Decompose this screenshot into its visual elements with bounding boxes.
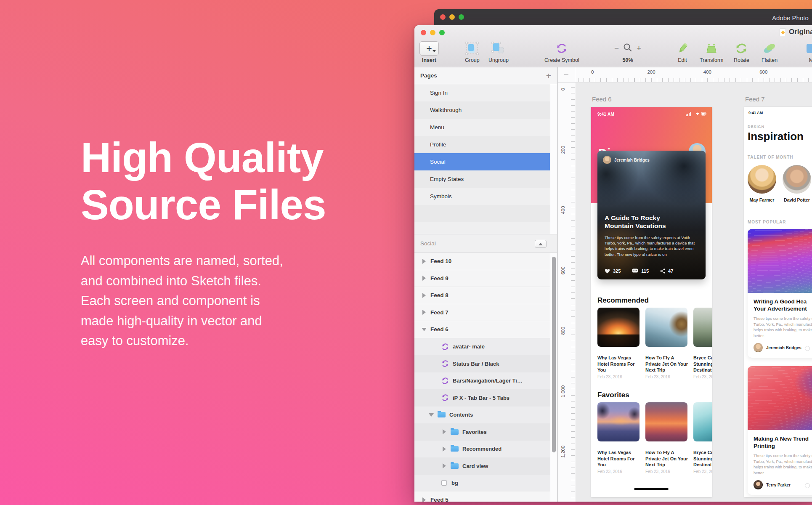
triangle-icon: [422, 328, 427, 331]
article-card[interactable]: How To Fly A Private Jet On Your Next Tr…: [645, 402, 687, 474]
layer-item-feed-6[interactable]: Feed 6: [414, 321, 550, 338]
more-circle-icon[interactable]: [805, 483, 810, 488]
sidebar-item-walkthrough[interactable]: Walkthrough: [414, 101, 550, 119]
minimize-button[interactable]: [449, 14, 455, 20]
folder-icon: [438, 412, 446, 417]
create-symbol-button[interactable]: Create Symbol: [544, 41, 579, 63]
layer-item-bg[interactable]: bg: [414, 475, 550, 492]
layer-item-status-bar-black[interactable]: Status Bar / Black: [414, 355, 550, 372]
article-card[interactable]: Why Las Vegas Hotel Rooms For YouFeb 23,…: [597, 308, 640, 379]
article-date: Feb 23, 20: [693, 375, 712, 379]
zoom-level: 50%: [623, 57, 633, 63]
layer-item-feed-9[interactable]: Feed 9: [414, 270, 550, 287]
zoom-window-button[interactable]: [439, 30, 445, 35]
disclosure-collapsed-icon[interactable]: [441, 463, 447, 468]
article-title: Why Las Vegas Hotel Rooms For You: [597, 449, 641, 468]
layer-item-feed-10[interactable]: Feed 10: [414, 253, 550, 270]
flatten-button[interactable]: Flatten: [762, 41, 778, 63]
sidebar-item-sign-in[interactable]: Sign In: [414, 84, 550, 101]
disclosure-collapsed-icon[interactable]: [421, 497, 427, 502]
layers-scrollbar-thumb[interactable]: [552, 257, 556, 452]
article-card[interactable]: Bryce Ca Stunning DestinatFeb 23, 20: [693, 308, 712, 379]
layer-item-contents[interactable]: Contents: [414, 407, 550, 424]
rotate-button[interactable]: Rotate: [734, 41, 749, 63]
page-item-label: Menu: [430, 124, 444, 130]
talent-may-farmer[interactable]: May Farmer: [748, 165, 776, 202]
v-ruler-label: 1,200: [560, 442, 565, 461]
layer-item-bars-navigation-lager-ti[interactable]: Bars/Navigation/Lager Ti…: [414, 372, 550, 390]
partial-toolbar-button[interactable]: M: [805, 41, 812, 63]
layer-item-ip-x-tab-bar-5-tabs[interactable]: iP X - Tab Bar - 5 Tabs: [414, 389, 550, 407]
hero-card-title: A Guide To Rocky Mountain Vacations: [605, 214, 666, 230]
disclosure-collapsed-icon[interactable]: [421, 259, 427, 264]
talent-david-potter[interactable]: David Potter: [783, 165, 811, 202]
disclosure-collapsed-icon[interactable]: [421, 276, 427, 281]
artboard-feed6: 9:41 AM Discover Jeremiah Bridges: [591, 107, 712, 497]
sidebar-item-menu[interactable]: Menu: [414, 119, 550, 136]
post-title-line: Printing: [754, 442, 812, 449]
avatar: [783, 165, 811, 194]
hero-title: High QualitySource Files: [81, 134, 326, 228]
post-body: These tips come from the safety experts …: [754, 316, 812, 338]
disclosure-collapsed-icon[interactable]: [421, 310, 427, 315]
article-card[interactable]: Why Las Vegas Hotel Rooms For YouFeb 23,…: [597, 402, 640, 474]
status-time: 9:41 AM: [597, 112, 614, 117]
layer-item-feed-7[interactable]: Feed 7: [414, 304, 550, 322]
transform-button[interactable]: Transform: [700, 41, 724, 63]
zoom-out-button[interactable]: −: [614, 44, 619, 53]
pages-scrollbar-track[interactable]: [550, 84, 557, 234]
sidebar-item-empty-states[interactable]: Empty States: [414, 170, 550, 188]
talent-name: May Farmer: [750, 197, 775, 202]
edit-button[interactable]: Edit: [676, 41, 689, 63]
pages-list: Sign InWalkthroughMenuProfileSocialEmpty…: [414, 84, 550, 205]
canvas-area[interactable]: Feed 6 Feed 7 9:41 AM Discover: [576, 83, 812, 502]
article-card[interactable]: How To Fly A Private Jet On Your Next Tr…: [645, 308, 687, 379]
sidebar-item-symbols[interactable]: Symbols: [414, 188, 550, 205]
layer-item-card-view[interactable]: Card view: [414, 457, 550, 475]
layer-item-feed-8[interactable]: Feed 8: [414, 287, 550, 304]
window-controls: [421, 30, 445, 35]
sidebar-item-profile[interactable]: Profile: [414, 136, 550, 153]
disclosure-collapsed-icon[interactable]: [441, 429, 447, 434]
article-date: Feb 23, 20: [693, 469, 712, 474]
zoom-in-button[interactable]: +: [637, 44, 641, 53]
group-button[interactable]: Group: [465, 41, 480, 63]
artboard-label-feed6[interactable]: Feed 6: [592, 96, 612, 103]
artboard-label-feed7[interactable]: Feed 7: [745, 96, 765, 103]
post-card[interactable]: Writing A Good HeaYour AdvertisementThes…: [748, 229, 812, 358]
disclosure-collapsed-icon[interactable]: [441, 447, 447, 452]
more-circle-icon[interactable]: [805, 346, 810, 351]
layer-item-label: Feed 8: [430, 292, 448, 298]
layer-item-label: bg: [451, 480, 458, 486]
close-button[interactable]: [421, 30, 426, 35]
section-cards-row: Why Las Vegas Hotel Rooms For YouFeb 23,…: [597, 402, 712, 474]
document-title: Original: [780, 28, 812, 36]
minimize-button[interactable]: [430, 30, 435, 35]
ungroup-button[interactable]: Ungroup: [488, 41, 509, 63]
add-page-button[interactable]: +: [546, 71, 551, 80]
layer-item-recommended[interactable]: Recommended: [414, 441, 550, 458]
post-card[interactable]: Making A New TrendPrintingThese tips com…: [748, 366, 812, 495]
collapse-panel-button[interactable]: [535, 240, 547, 248]
disclosure-collapsed-icon[interactable]: [421, 293, 427, 298]
hero-text-block: High QualitySource Files All components …: [81, 134, 326, 351]
layer-item-feed-5[interactable]: Feed 5: [414, 492, 550, 502]
magnifier-icon[interactable]: [623, 43, 633, 55]
close-button[interactable]: [440, 14, 446, 20]
triangle-icon: [422, 310, 426, 315]
layer-item-label: Feed 6: [430, 326, 448, 332]
post-image-waves-red: [748, 366, 812, 430]
disclosure-expanded-icon[interactable]: [428, 413, 434, 417]
post-title-line: Your Advertisement: [754, 305, 812, 312]
zoom-window-button[interactable]: [459, 14, 464, 20]
insert-button[interactable]: + Insert: [419, 41, 439, 63]
sidebar-item-social[interactable]: Social: [414, 153, 550, 170]
flatten-ellipses-icon: [762, 41, 777, 56]
home-indicator: [634, 488, 669, 490]
article-card[interactable]: Bryce Ca Stunning DestinatFeb 23, 20: [693, 402, 712, 474]
rectangle-layer-icon: [441, 480, 447, 486]
layer-item-favorites[interactable]: Favorites: [414, 423, 550, 441]
v-ruler-label: 600: [560, 261, 565, 280]
layer-item-avatar-male[interactable]: avatar- male: [414, 338, 550, 356]
disclosure-expanded-icon[interactable]: [421, 328, 427, 331]
